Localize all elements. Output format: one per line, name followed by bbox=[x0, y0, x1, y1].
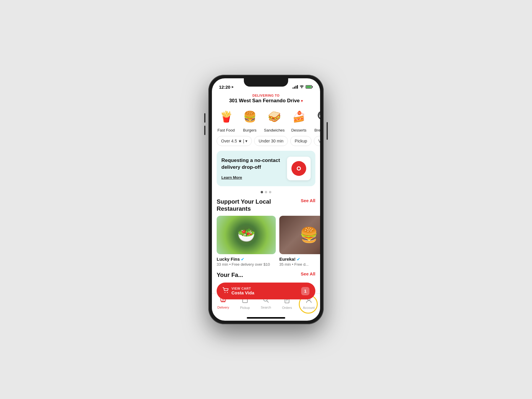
restaurant-lucky-fins[interactable]: 🥗 Lucky Fins ✔ 33 min • Free delivery ov… bbox=[217, 216, 276, 267]
nav-delivery-label: Delivery bbox=[218, 306, 229, 309]
burgers-label: Burgers bbox=[243, 128, 257, 132]
eureka-verified-icon: ✔ bbox=[297, 257, 300, 262]
lucky-fins-image: 🥗 bbox=[217, 216, 276, 254]
eureka-name-row: Eureka! ✔ bbox=[279, 257, 320, 262]
burgers-icon: 🍔 bbox=[240, 107, 259, 126]
nav-search-label: Search bbox=[261, 306, 271, 309]
home-bar bbox=[247, 317, 285, 319]
pagination-dots bbox=[212, 191, 320, 193]
cart-count: 1 bbox=[301, 287, 309, 295]
cart-text: VIEW CART Costa Vida bbox=[231, 287, 254, 295]
banner-image bbox=[287, 157, 311, 180]
filter-time[interactable]: Under 30 min bbox=[254, 136, 288, 146]
nav-orders-label: Orders bbox=[282, 306, 292, 309]
home-indicator bbox=[212, 315, 320, 321]
category-fast-food[interactable]: 🍟 Fast Food bbox=[217, 107, 236, 132]
signal-icon bbox=[293, 85, 298, 89]
banner-learn-more-link[interactable]: Learn More bbox=[221, 175, 287, 180]
eureka-image: 🍔 bbox=[279, 216, 320, 254]
breakfast-icon: 🍳 bbox=[313, 107, 320, 126]
category-breakfast[interactable]: 🍳 Breakfast bbox=[313, 107, 320, 132]
filter-vege[interactable]: Vege bbox=[314, 136, 320, 146]
eureka-name: Eureka! bbox=[279, 257, 296, 262]
battery-icon bbox=[306, 85, 313, 89]
desserts-icon: 🍰 bbox=[289, 107, 308, 126]
volume-down-button[interactable] bbox=[204, 126, 205, 135]
banner: Requesting a no-contact delivery drop-of… bbox=[217, 151, 315, 186]
view-cart-label: VIEW CART bbox=[231, 287, 254, 290]
filter-pickup-label: Pickup bbox=[295, 139, 307, 143]
fast-food-label: Fast Food bbox=[218, 128, 235, 132]
cart-restaurant: Costa Vida bbox=[231, 290, 254, 295]
status-time: 12:20 bbox=[219, 85, 230, 90]
header: DELIVERING TO 301 West San Fernando Driv… bbox=[212, 91, 320, 107]
sandwiches-label: Sandwiches bbox=[264, 128, 285, 132]
filter-pickup[interactable]: Pickup bbox=[290, 136, 312, 146]
shopping-cart-icon bbox=[223, 287, 229, 293]
address-text: 301 West San Fernando Drive bbox=[229, 98, 300, 104]
dot-3 bbox=[269, 191, 271, 193]
lucky-fins-name: Lucky Fins bbox=[217, 257, 240, 262]
dot-1 bbox=[261, 191, 263, 193]
filters-container[interactable]: Over 4.5 ★ | ▾ Under 30 min Pickup Vege bbox=[212, 136, 320, 151]
breakfast-label: Breakfast bbox=[314, 128, 320, 132]
svg-rect-2 bbox=[312, 86, 313, 87]
cart-left: VIEW CART Costa Vida bbox=[223, 287, 254, 295]
lucky-fins-verified-icon: ✔ bbox=[241, 257, 244, 262]
desserts-label: Desserts bbox=[291, 128, 306, 132]
your-fav-see-all[interactable]: See All bbox=[301, 271, 315, 276]
local-see-all[interactable]: See All bbox=[301, 198, 315, 203]
banner-title: Requesting a no-contact delivery drop-of… bbox=[221, 157, 280, 170]
filter-rating-label: Over 4.5 ★ | ▾ bbox=[221, 139, 247, 143]
restaurants-row[interactable]: 🥗 Lucky Fins ✔ 33 min • Free delivery ov… bbox=[212, 216, 320, 271]
fast-food-icon: 🍟 bbox=[217, 107, 236, 126]
phone-screen: 12:20 ➤ bbox=[212, 78, 320, 321]
burger-visual: 🍔 bbox=[300, 226, 318, 244]
filter-rating[interactable]: Over 4.5 ★ | ▾ bbox=[217, 136, 252, 146]
location-arrow-icon: ➤ bbox=[231, 85, 234, 89]
status-icons bbox=[293, 85, 313, 89]
svg-point-0 bbox=[301, 87, 302, 88]
svg-point-7 bbox=[225, 292, 226, 293]
eureka-meta: 35 min • Free d... bbox=[279, 262, 320, 267]
wifi-icon bbox=[299, 85, 304, 89]
lucky-fins-meta: 33 min • Free delivery over $10 bbox=[217, 262, 276, 267]
lucky-fins-name-row: Lucky Fins ✔ bbox=[217, 257, 276, 262]
banner-text: Requesting a no-contact delivery drop-of… bbox=[221, 157, 287, 179]
local-section-header: Support Your LocalRestaurants See All bbox=[212, 198, 320, 216]
categories-row: 🍟 Fast Food 🍔 Burgers 🥪 Sandwiches 🍰 Des… bbox=[217, 107, 320, 132]
svg-rect-3 bbox=[306, 86, 311, 88]
category-sandwiches[interactable]: 🥪 Sandwiches bbox=[264, 107, 285, 132]
power-button[interactable] bbox=[327, 122, 328, 140]
category-desserts[interactable]: 🍰 Desserts bbox=[289, 107, 308, 132]
delivering-to-label: DELIVERING TO bbox=[217, 94, 315, 97]
dot-2 bbox=[265, 191, 267, 193]
nav-pickup-label: Pickup bbox=[240, 306, 250, 309]
salad-visual: 🥗 bbox=[217, 216, 276, 254]
svg-point-8 bbox=[227, 292, 228, 293]
categories-container[interactable]: 🍟 Fast Food 🍔 Burgers 🥪 Sandwiches 🍰 Des… bbox=[212, 107, 320, 136]
category-burgers[interactable]: 🍔 Burgers bbox=[240, 107, 259, 132]
volume-up-button[interactable] bbox=[204, 113, 205, 123]
doordash-logo bbox=[291, 161, 306, 176]
local-section-title: Support Your LocalRestaurants bbox=[217, 198, 271, 212]
filters-row: Over 4.5 ★ | ▾ Under 30 min Pickup Vege bbox=[217, 136, 320, 146]
your-fav-title: Your Fa... bbox=[217, 271, 243, 278]
filter-vege-label: Vege bbox=[318, 139, 320, 143]
address-row[interactable]: 301 West San Fernando Drive ▾ bbox=[217, 98, 315, 104]
sandwiches-icon: 🥪 bbox=[265, 107, 284, 126]
doordash-logo-svg bbox=[294, 164, 303, 173]
svg-point-6 bbox=[298, 167, 300, 170]
restaurant-eureka[interactable]: 🍔 Eureka! ✔ 35 min • Free d... bbox=[279, 216, 320, 267]
phone-frame: 12:20 ➤ bbox=[208, 75, 324, 324]
your-fav-header: Your Fa... See All bbox=[212, 271, 320, 282]
chevron-down-icon: ▾ bbox=[301, 98, 303, 103]
notch bbox=[244, 78, 288, 87]
cart-icon bbox=[223, 287, 229, 295]
view-cart-bar[interactable]: VIEW CART Costa Vida 1 bbox=[217, 283, 315, 299]
nav-account-label: Account bbox=[303, 306, 315, 309]
filter-time-label: Under 30 min bbox=[259, 139, 283, 143]
main-scroll[interactable]: DELIVERING TO 301 West San Fernando Driv… bbox=[212, 91, 320, 293]
